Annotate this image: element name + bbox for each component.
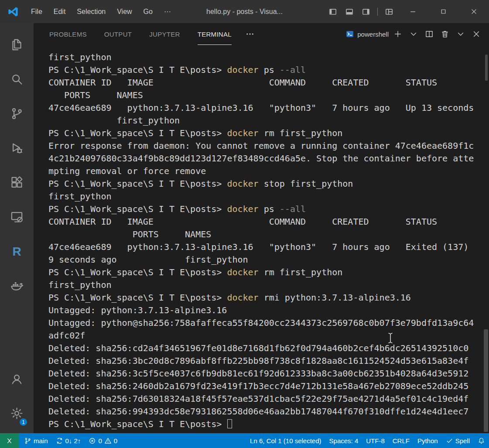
status-cursor-position[interactable]: Ln 6, Col 1 (10 selected) xyxy=(246,433,325,448)
close-panel-button[interactable] xyxy=(470,27,483,41)
terminal-line: Deleted: sha256:7d63018324a18f45f57eae53… xyxy=(48,393,489,405)
trash-icon xyxy=(441,30,449,38)
terminal-line: PS C:\1_Work_space\S I T E\posts> docker… xyxy=(48,178,489,190)
branch-icon xyxy=(24,437,31,445)
status-bar: main0↓ 2↑00 Ln 6, Col 1 (10 selected)Spa… xyxy=(0,433,489,448)
activity-accounts[interactable] xyxy=(0,362,34,396)
activity-run-and-debug[interactable] xyxy=(0,131,34,165)
status-eol[interactable]: CRLF xyxy=(389,433,414,448)
terminal-line: adfc02f xyxy=(48,329,489,342)
terminal-line: PS C:\1_Work_space\S I T E\posts> docker… xyxy=(48,291,489,304)
terminal-line: PS C:\1_Work_space\S I T E\posts> docker… xyxy=(48,266,489,279)
tab-terminal[interactable]: TERMINAL xyxy=(198,24,232,45)
layout-panel-icon xyxy=(345,7,354,16)
terminal-line: PORTS NAMES xyxy=(48,89,489,102)
terminal-line: first_python xyxy=(48,51,489,64)
terminal-line: CONTAINER ID IMAGE COMMAND CREATED STATU… xyxy=(48,215,489,228)
terminal-line: CONTAINER ID IMAGE COMMAND CREATED STATU… xyxy=(48,76,489,89)
tab-output[interactable]: OUTPUT xyxy=(104,24,132,45)
terminal-line: Deleted: sha256:cd2a4f34651967fe01d8e716… xyxy=(48,342,489,355)
terminal-icon xyxy=(345,30,354,38)
activity-source-control[interactable] xyxy=(0,96,34,131)
terminal-line: PORTS NAMES xyxy=(48,228,489,241)
title-bar: FileEditSelectionViewGo··· hello.py - po… xyxy=(0,0,489,23)
bell-icon xyxy=(478,437,485,445)
terminal-line: 47ce46eae689 python:3.7.13-alpine3.16 "p… xyxy=(48,102,489,114)
status-problems[interactable]: 00 xyxy=(85,433,121,448)
status-language-mode[interactable]: Python xyxy=(414,433,442,448)
restore-panel-size-button[interactable] xyxy=(454,27,467,41)
docker-icon xyxy=(10,279,24,293)
maximize-icon xyxy=(440,8,447,15)
terminal-line: 4c21b24097680c33a4f9b8c89dd123d127ef8348… xyxy=(48,152,489,165)
activity-remote-explorer[interactable] xyxy=(0,200,34,234)
status-notifications[interactable] xyxy=(474,433,489,448)
new-terminal-button[interactable] xyxy=(391,27,404,41)
debug-icon xyxy=(10,141,24,155)
terminal-line: Untagged: python:3.7.13-alpine3.16 xyxy=(48,304,489,317)
activity-r-language[interactable]: R xyxy=(0,234,34,269)
vscode-logo-icon xyxy=(7,6,19,18)
terminal-line: first_python xyxy=(48,279,489,291)
terminal-output[interactable]: first_pythonPS C:\1_Work_space\S I T E\p… xyxy=(34,45,489,433)
warning-icon xyxy=(104,437,112,445)
remote-explorer-icon xyxy=(10,210,24,224)
menu-go[interactable]: Go xyxy=(138,0,158,23)
activity-explorer[interactable] xyxy=(0,27,34,62)
extensions-icon xyxy=(10,176,24,189)
chevron-down-icon xyxy=(456,30,465,38)
split-terminal-button[interactable] xyxy=(423,27,436,41)
close-button[interactable] xyxy=(458,0,489,23)
r-lang-icon: R xyxy=(12,245,21,259)
status-sync[interactable]: 0↓ 2↑ xyxy=(52,433,85,448)
maximize-button[interactable] xyxy=(428,0,458,23)
menu-file[interactable]: File xyxy=(25,0,48,23)
workbench: R 1 PROBLEMSOUTPUTJUPYTERTERMINAL powers… xyxy=(0,23,489,433)
menu-edit[interactable]: Edit xyxy=(48,0,72,23)
panel-actions: powershell xyxy=(343,27,489,41)
launch-profile-button[interactable] xyxy=(407,27,420,41)
menu-view[interactable]: View xyxy=(111,0,137,23)
status-indentation[interactable]: Spaces: 4 xyxy=(325,433,362,448)
menu-more[interactable]: ··· xyxy=(158,0,177,23)
close-icon xyxy=(470,8,478,15)
terminal-line: PS C:\1_Work_space\S I T E\posts> docker… xyxy=(48,64,489,76)
activity-docker[interactable] xyxy=(0,269,34,303)
terminal-cursor xyxy=(227,419,232,428)
titlebar-actions xyxy=(325,0,489,23)
layout-sidebar-button[interactable] xyxy=(326,5,339,18)
kill-terminal-button[interactable] xyxy=(438,27,451,41)
layout-customize-button[interactable] xyxy=(383,5,396,18)
layout-customize-icon xyxy=(385,7,393,16)
terminal-line: Deleted: sha256:994393dc58e7931862558d06… xyxy=(48,405,489,418)
tab-jupyter[interactable]: JUPYTER xyxy=(149,24,180,45)
terminal-line: Deleted: sha256:2460db2a1679fd23e419f17b… xyxy=(48,380,489,393)
terminal-line: PS C:\1_Work_space\S I T E\posts> docker… xyxy=(48,127,489,140)
activity-extensions[interactable] xyxy=(0,165,34,200)
split-icon xyxy=(425,30,434,38)
branch-icon xyxy=(10,107,24,120)
terminal-line: 47ce46eae689 python:3.7.13-alpine3.16 "p… xyxy=(48,241,489,253)
activity-manage[interactable]: 1 xyxy=(0,396,34,431)
search-icon xyxy=(10,72,24,86)
layout-sidebar-right-button[interactable] xyxy=(359,5,373,18)
terminal-shell-button[interactable]: powershell xyxy=(345,27,389,41)
shell-name-label: powershell xyxy=(357,31,389,38)
minimize-button[interactable] xyxy=(397,0,428,23)
tab-problems[interactable]: PROBLEMS xyxy=(49,24,87,45)
terminal-scrollbar-thumb[interactable] xyxy=(484,329,488,432)
activity-search[interactable] xyxy=(0,62,34,96)
layout-panel-button[interactable] xyxy=(343,5,356,18)
panel-more-actions-button[interactable] xyxy=(246,30,254,38)
status-encoding[interactable]: UTF-8 xyxy=(362,433,389,448)
status-spell-checker[interactable]: Spell xyxy=(442,433,474,448)
remote-icon xyxy=(6,437,13,445)
close-icon xyxy=(472,30,481,38)
panel-tabs: PROBLEMSOUTPUTJUPYTERTERMINAL xyxy=(49,23,254,45)
titlebar-separator xyxy=(377,8,378,16)
account-icon xyxy=(10,372,24,386)
menu-selection[interactable]: Selection xyxy=(71,0,111,23)
status-remote[interactable] xyxy=(0,433,19,448)
files-icon xyxy=(10,38,24,51)
status-branch[interactable]: main xyxy=(20,433,52,448)
